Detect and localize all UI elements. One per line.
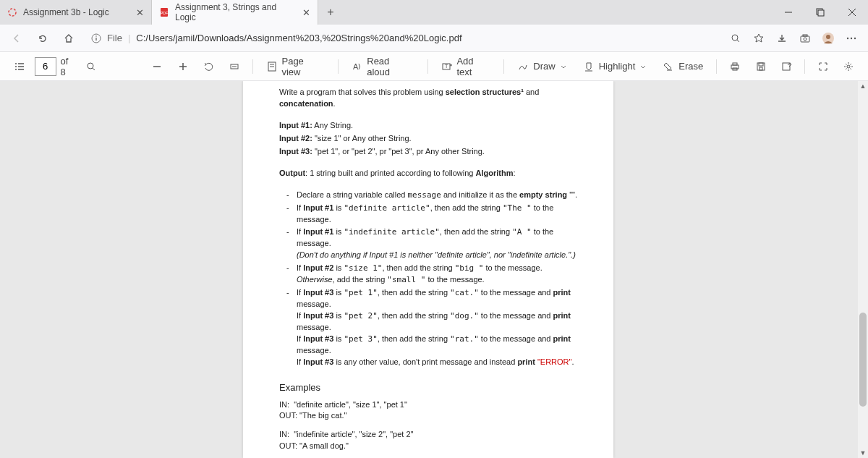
svg-point-14 — [804, 38, 807, 41]
tab-favicon-0 — [7, 7, 17, 17]
page-number-input[interactable] — [35, 57, 56, 76]
svg-point-20 — [854, 37, 856, 38]
contents-button[interactable] — [9, 56, 30, 77]
fullscreen-button[interactable] — [812, 56, 834, 77]
svg-text:T: T — [445, 64, 448, 69]
tab-0[interactable]: Assignment 3b - Logic ✕ — [0, 0, 152, 25]
tab-title-0: Assignment 3b - Logic — [23, 7, 109, 17]
pdf-page: Write a program that solves this problem… — [243, 81, 613, 458]
read-aloud-button[interactable]: ARead aloud — [346, 56, 420, 77]
menu-button[interactable] — [841, 27, 862, 49]
url-scheme: File — [107, 33, 122, 43]
zoom-out-button[interactable] — [147, 56, 169, 77]
svg-point-17 — [826, 35, 830, 39]
examples-heading: Examples — [279, 381, 577, 395]
save-as-button[interactable] — [775, 56, 797, 77]
tab-1[interactable]: PDF Assignment 3, Strings and Logic ✕ — [152, 0, 318, 25]
new-tab-button[interactable]: + — [318, 0, 343, 25]
addressbar: File | C:/Users/jamil/Downloads/Assignme… — [0, 25, 868, 52]
svg-line-12 — [737, 40, 739, 42]
pdf-viewport[interactable]: Write a program that solves this problem… — [0, 81, 868, 458]
svg-point-10 — [95, 35, 97, 37]
svg-rect-15 — [803, 35, 807, 36]
rotate-button[interactable] — [198, 56, 220, 77]
refresh-button[interactable] — [32, 27, 54, 49]
url-text: C:/Users/jamil/Downloads/Assignment%203,… — [136, 33, 461, 43]
home-button[interactable] — [58, 27, 80, 49]
maximize-button[interactable] — [804, 0, 836, 25]
svg-rect-5 — [818, 10, 824, 16]
window-controls — [773, 0, 868, 25]
highlight-button[interactable]: Highlight — [577, 56, 653, 77]
tab-close-0[interactable]: ✕ — [135, 8, 144, 17]
fit-button[interactable] — [224, 56, 245, 77]
pdf-toolbar: of 8 Page view ARead aloud TAdd text Dra… — [0, 52, 868, 81]
svg-point-18 — [847, 37, 848, 38]
svg-rect-48 — [759, 63, 763, 66]
back-button[interactable] — [6, 27, 27, 49]
save-button[interactable] — [750, 56, 772, 77]
vertical-scrollbar[interactable]: ▲ ▼ — [858, 81, 868, 458]
svg-rect-13 — [801, 36, 809, 42]
titlebar: Assignment 3b - Logic ✕ PDF Assignment 3… — [0, 0, 868, 25]
svg-point-0 — [9, 9, 16, 16]
url-bar[interactable]: File | C:/Users/jamil/Downloads/Assignme… — [84, 33, 720, 43]
scroll-up-icon[interactable]: ▲ — [858, 81, 868, 91]
minimize-button[interactable] — [773, 0, 804, 25]
print-button[interactable] — [724, 56, 746, 77]
pdf-icon: PDF — [159, 7, 169, 17]
erase-button[interactable]: Erase — [657, 56, 709, 77]
page-view-button[interactable]: Page view — [260, 56, 331, 77]
favorite-button[interactable] — [748, 27, 770, 49]
svg-point-51 — [847, 65, 850, 68]
svg-rect-49 — [760, 67, 762, 70]
svg-point-11 — [732, 35, 738, 41]
find-button[interactable] — [80, 56, 102, 77]
tab-close-1[interactable]: ✕ — [302, 8, 310, 17]
draw-button[interactable]: Draw — [511, 56, 572, 77]
scroll-down-icon[interactable]: ▼ — [858, 448, 868, 458]
zoom-in-button[interactable] — [172, 56, 194, 77]
add-text-button[interactable]: TAdd text — [435, 56, 497, 77]
svg-text:PDF: PDF — [161, 11, 168, 15]
zoom-icon[interactable] — [725, 27, 746, 49]
screenshot-button[interactable] — [794, 27, 816, 49]
downloads-button[interactable] — [771, 27, 793, 49]
svg-line-28 — [93, 68, 95, 70]
url-separator: | — [128, 33, 130, 43]
settings-button[interactable] — [838, 56, 859, 77]
svg-point-19 — [851, 37, 852, 38]
info-icon — [91, 33, 101, 43]
page-total: of 8 — [61, 56, 76, 77]
close-window-button[interactable] — [836, 0, 868, 25]
svg-rect-45 — [733, 63, 737, 65]
scroll-thumb[interactable] — [859, 313, 867, 407]
tab-title-1: Assignment 3, Strings and Logic — [175, 2, 296, 22]
profile-button[interactable] — [817, 27, 839, 49]
svg-point-27 — [88, 63, 93, 69]
svg-text:A: A — [353, 62, 359, 71]
